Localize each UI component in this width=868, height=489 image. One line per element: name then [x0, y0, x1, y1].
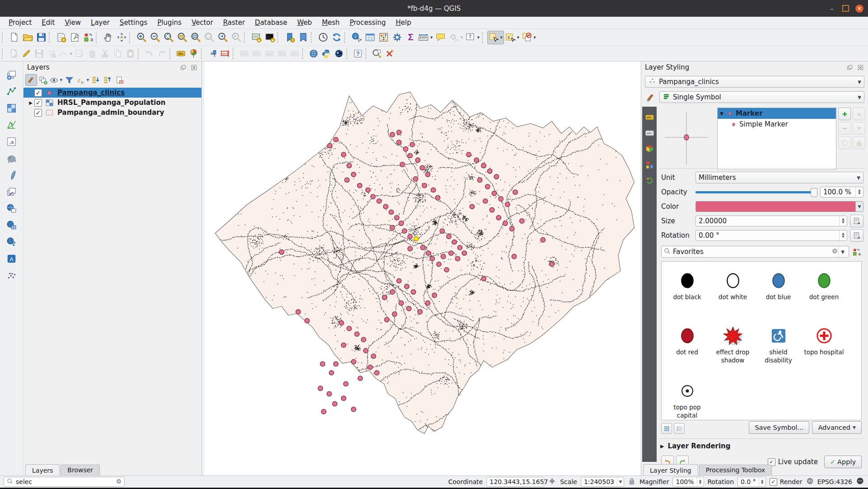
current-edits-icon[interactable] [7, 47, 20, 60]
color-button[interactable]: ▼ [695, 201, 863, 212]
layer-item-pampanga_clinics[interactable]: ✓Pampanga_clinics [23, 88, 201, 98]
apply-button[interactable]: ✓Apply [824, 456, 862, 468]
expand-arrow-icon[interactable]: ▶ [27, 100, 34, 105]
symbol-item-topo-hospital[interactable]: topo hospital [801, 323, 847, 378]
opacity-slider[interactable] [695, 188, 817, 197]
maximize-button-icon[interactable] [842, 5, 849, 12]
filter-by-expression-icon[interactable]: ε▼ [75, 74, 90, 86]
advanced-button[interactable]: Advanced▼ [812, 421, 862, 434]
move-symbol-layer-up-icon[interactable] [853, 108, 865, 120]
toolbar-grip[interactable] [311, 32, 314, 43]
layout-manager-icon[interactable] [68, 31, 81, 44]
toolbar-grip[interactable] [96, 32, 99, 43]
undo-edit-icon[interactable] [143, 47, 156, 60]
plugin-tools-icon[interactable] [383, 47, 396, 60]
toolbar-grip[interactable] [2, 32, 5, 43]
coordinate-input[interactable]: 120.3443,15.1657 [486, 477, 544, 487]
toolbar-grip[interactable] [49, 32, 52, 43]
print-layout-icon[interactable] [54, 31, 68, 44]
remove-symbol-layer-icon[interactable] [838, 122, 851, 135]
menu-edit[interactable]: Edit [37, 17, 60, 28]
unplaced-labels-icon[interactable]: abc [219, 47, 232, 60]
list-view-button[interactable] [674, 423, 685, 434]
left-dock-tab-browser[interactable]: Browser [61, 465, 100, 475]
toolbar-grip[interactable] [201, 48, 205, 59]
menu-database[interactable]: Database [250, 17, 292, 28]
collapse-all-icon[interactable] [102, 74, 114, 86]
dock-float-icon[interactable] [179, 63, 187, 71]
right-dock-tab-processing-toolbox[interactable]: Processing Toolbox [699, 465, 772, 475]
add-group-icon[interactable] [37, 74, 49, 86]
expand-all-icon[interactable] [90, 74, 102, 86]
clear-search-icon[interactable] [116, 478, 122, 486]
add-virtual-layer-icon[interactable] [5, 185, 19, 198]
extent-tracking-icon[interactable] [548, 477, 556, 487]
rotation-spinbox[interactable]: 0.00 ° ▲▼ [695, 230, 847, 241]
add-symbol-layer-icon[interactable] [838, 108, 851, 120]
data-defined-override-icon[interactable] [850, 215, 863, 227]
layer-diagram-icon[interactable] [187, 47, 200, 60]
toolbar-grip[interactable] [482, 32, 485, 43]
measure-line-icon[interactable]: ▼ [417, 31, 434, 44]
style-manager-icon[interactable]: a [849, 244, 863, 259]
menu-help[interactable]: Help [391, 17, 416, 28]
open-project-icon[interactable] [21, 31, 34, 44]
icon-view-button[interactable] [661, 423, 672, 434]
symbol-item-dot-green[interactable]: dot green [801, 268, 847, 323]
symbol-filter-dropdown-icon[interactable]: ▼ [838, 246, 847, 257]
help-contents-icon[interactable]: ? [352, 47, 364, 60]
zoom-native-icon[interactable]: 1:1 [202, 31, 216, 44]
duplicate-symbol-layer-icon[interactable] [838, 136, 851, 149]
add-wms-layer-icon[interactable] [5, 202, 19, 215]
show-hide-labels-icon[interactable]: abc [251, 47, 263, 60]
add-raster-layer-icon[interactable] [5, 101, 19, 115]
lock-scale-icon[interactable] [628, 477, 636, 487]
symbology-tab-paintbrush-icon[interactable] [644, 90, 658, 105]
crs-value[interactable]: EPSG:4326 [817, 478, 852, 485]
toolbar-grip[interactable] [244, 32, 247, 43]
deselect-all-icon[interactable]: ▼ [521, 31, 537, 44]
symbol-item-shield-disability[interactable]: shield disability [756, 323, 801, 378]
toolbar-grip[interactable] [169, 48, 173, 59]
layer-item-pampanga_admin_boundary[interactable]: ✓Pampanga_admin_boundary [23, 108, 201, 118]
symbol-item-dot-white[interactable]: dot white [710, 268, 756, 323]
toggle-editing-icon[interactable] [20, 47, 33, 60]
menu-plugins[interactable]: Plugins [152, 17, 187, 28]
identify-features-icon[interactable]: i [350, 31, 363, 44]
menu-layer[interactable]: Layer [86, 17, 115, 28]
save-symbol-button[interactable]: Save Symbol... [749, 421, 809, 434]
add-wfs-layer-icon[interactable] [5, 235, 19, 249]
map-rotation-spinbox[interactable]: 0.0 °▲▼ [737, 477, 766, 487]
lock-symbol-color-icon[interactable] [853, 136, 865, 149]
menu-raster[interactable]: Raster [218, 17, 250, 28]
paste-features-icon[interactable] [124, 47, 137, 60]
labels-tab-icon[interactable]: abc [644, 111, 655, 123]
diagrams-tab-icon[interactable] [644, 159, 655, 170]
menu-web[interactable]: Web [292, 17, 317, 28]
expand-arrow-icon[interactable]: ▼ [718, 111, 726, 116]
menu-mesh[interactable]: Mesh [317, 17, 345, 28]
save-project-icon[interactable] [34, 31, 48, 44]
plugin-search-icon[interactable] [371, 47, 383, 60]
pinned-labels-icon[interactable]: ab [206, 47, 219, 60]
pin-label-icon[interactable]: abc [238, 47, 251, 60]
toolbar-grip[interactable] [2, 48, 5, 59]
metasearch-icon[interactable] [308, 47, 320, 60]
style-manager-icon[interactable]: a [81, 31, 95, 44]
map-tips-icon[interactable] [434, 31, 448, 44]
data-source-manager-icon[interactable] [5, 68, 19, 81]
feature-action-icon[interactable]: ▼ [448, 31, 464, 44]
right-dock-tab-layer-styling[interactable]: Layer Styling [643, 464, 698, 476]
toolbar-grip[interactable] [138, 48, 141, 59]
refresh-map-icon[interactable] [330, 31, 343, 44]
quickmapservices-icon[interactable] [333, 47, 345, 60]
render-checkbox[interactable]: ✓ Render [770, 478, 803, 486]
menu-project[interactable]: Project [4, 17, 37, 28]
add-spatialite-layer-icon[interactable] [5, 168, 19, 182]
zoom-out-icon[interactable] [148, 31, 162, 44]
unit-select[interactable]: Millimeters▼ [695, 172, 863, 183]
layer-item-hrsl_pampanga_population[interactable]: ▶✓HRSL_Pampanga_Population [23, 98, 201, 108]
map-canvas[interactable] [204, 61, 641, 475]
toolbar-grip[interactable] [233, 48, 236, 59]
toolbar-grip[interactable] [344, 32, 348, 43]
